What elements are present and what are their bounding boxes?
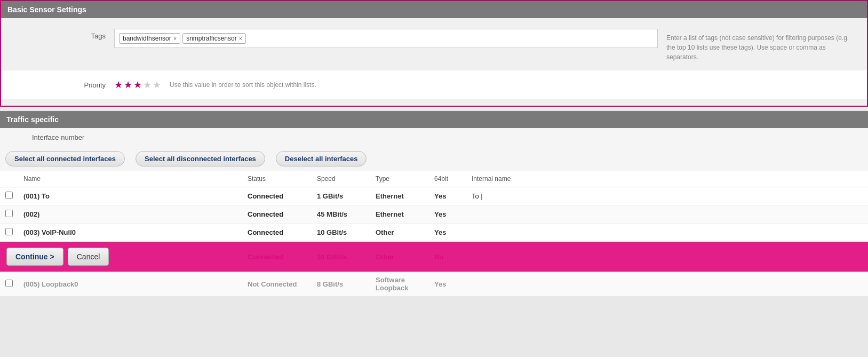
row-status-2: Connected bbox=[242, 205, 312, 224]
row-5-table: (005) Loopback0 Not Connected 8 GBit/s S… bbox=[0, 272, 868, 296]
row-name-3: (003) VoIP-Null0 bbox=[18, 224, 242, 242]
table-row: (003) VoIP-Null0 Connected 10 GBit/s Oth… bbox=[0, 224, 868, 242]
basic-sensor-header: Basic Sensor Settings bbox=[1, 1, 867, 18]
table-row: (001) To Connected 1 GBit/s Ethernet Yes… bbox=[0, 187, 868, 205]
tag-bandwidthsensor: bandwidthsensor × bbox=[119, 33, 180, 44]
table-row: (002) Connected 45 MBit/s Ethernet Yes bbox=[0, 205, 868, 224]
interface-table-container: Name Status Speed Type 64bit Internal na… bbox=[0, 171, 868, 242]
star-4[interactable]: ★ bbox=[143, 79, 152, 91]
checkbox-2[interactable] bbox=[5, 210, 13, 217]
row-internal-5 bbox=[466, 272, 868, 296]
row-type-1: Ethernet bbox=[370, 187, 429, 205]
star-2[interactable]: ★ bbox=[124, 79, 132, 91]
col-header-type: Type bbox=[370, 171, 429, 187]
row-speed-1: 1 GBit/s bbox=[312, 187, 370, 205]
row-status-3: Connected bbox=[242, 224, 312, 242]
traffic-section: Traffic specific Interface number Select… bbox=[0, 111, 868, 242]
priority-help: Use this value in order to sort this obj… bbox=[161, 76, 364, 94]
row-checkbox-1[interactable] bbox=[0, 187, 18, 205]
select-connected-button[interactable]: Select all connected interfaces bbox=[5, 151, 125, 166]
col-header-name: Name bbox=[18, 171, 242, 187]
traffic-header: Traffic specific bbox=[0, 111, 868, 128]
row-type-2: Ethernet bbox=[370, 205, 429, 224]
col-header-checkbox bbox=[0, 171, 18, 187]
table-row-5: (005) Loopback0 Not Connected 8 GBit/s S… bbox=[0, 272, 868, 296]
row-64bit-2: Yes bbox=[429, 205, 466, 224]
row-64bit-3: Yes bbox=[429, 224, 466, 242]
row-speed-5: 8 GBit/s bbox=[312, 272, 370, 296]
row-name-2: (002) bbox=[18, 205, 242, 224]
col-header-status: Status bbox=[242, 171, 312, 187]
row-type-3: Other bbox=[370, 224, 429, 242]
select-disconnected-button[interactable]: Select all disconnected interfaces bbox=[136, 151, 265, 166]
row-type-5: Software Loopback bbox=[370, 272, 429, 296]
row-64bit-1: Yes bbox=[429, 187, 466, 205]
continue-button[interactable]: Continue > bbox=[6, 248, 63, 266]
row-checkbox-3[interactable] bbox=[0, 224, 18, 242]
tag-remove-snmp[interactable]: × bbox=[239, 35, 242, 42]
table-header-row: Name Status Speed Type 64bit Internal na… bbox=[0, 171, 868, 187]
priority-label: Priority bbox=[7, 81, 114, 89]
row-checkbox-2[interactable] bbox=[0, 205, 18, 224]
row-speed-2: 45 MBit/s bbox=[312, 205, 370, 224]
bottom-bar: Continue > Cancel bbox=[0, 242, 868, 272]
row-status-5: Not Connected bbox=[242, 272, 312, 296]
tags-row: Tags bandwidthsensor × snmptrafficsensor… bbox=[1, 25, 867, 70]
tag-snmptrafficsensor: snmptrafficsensor × bbox=[182, 33, 246, 44]
bottom-section: (004) Null0 Connected 10 GBit/s Other No… bbox=[0, 242, 868, 272]
checkbox-3[interactable] bbox=[5, 228, 13, 235]
col-header-internal: Internal name bbox=[466, 171, 868, 187]
priority-row: Priority ★ ★ ★ ★ ★ Use this value in ord… bbox=[1, 70, 867, 99]
star-5[interactable]: ★ bbox=[153, 79, 161, 91]
interface-number-label: Interface number bbox=[0, 128, 868, 147]
traffic-body: Interface number Select all connected in… bbox=[0, 128, 868, 242]
tag-remove-bandwidth[interactable]: × bbox=[173, 35, 177, 42]
row-status-1: Connected bbox=[242, 187, 312, 205]
deselect-all-button[interactable]: Deselect all interfaces bbox=[276, 151, 367, 166]
col-header-64bit: 64bit bbox=[429, 171, 466, 187]
basic-sensor-section: Basic Sensor Settings Tags bandwidthsens… bbox=[0, 0, 868, 107]
row-64bit-5: Yes bbox=[429, 272, 466, 296]
row-internal-1: To | bbox=[466, 187, 868, 205]
row-internal-2 bbox=[466, 205, 868, 224]
checkbox-1[interactable] bbox=[5, 192, 13, 199]
cancel-button[interactable]: Cancel bbox=[68, 248, 109, 266]
row-speed-3: 10 GBit/s bbox=[312, 224, 370, 242]
tags-help: Enter a list of tags (not case sensitive… bbox=[658, 29, 861, 66]
interface-table: Name Status Speed Type 64bit Internal na… bbox=[0, 171, 868, 242]
tags-input-area[interactable]: bandwidthsensor × snmptrafficsensor × bbox=[114, 29, 658, 48]
row-name-5: (005) Loopback0 bbox=[18, 272, 242, 296]
priority-stars[interactable]: ★ ★ ★ ★ ★ bbox=[114, 79, 161, 91]
row-5-container: (005) Loopback0 Not Connected 8 GBit/s S… bbox=[0, 272, 868, 296]
row-checkbox-5[interactable] bbox=[0, 272, 18, 296]
row-name-1: (001) To bbox=[18, 187, 242, 205]
interface-buttons-row: Select all connected interfaces Select a… bbox=[0, 147, 868, 171]
star-1[interactable]: ★ bbox=[114, 79, 123, 91]
checkbox-5[interactable] bbox=[5, 280, 13, 287]
row-internal-3 bbox=[466, 224, 868, 242]
tags-label: Tags bbox=[7, 29, 114, 40]
col-header-speed: Speed bbox=[312, 171, 370, 187]
star-3[interactable]: ★ bbox=[133, 79, 142, 91]
